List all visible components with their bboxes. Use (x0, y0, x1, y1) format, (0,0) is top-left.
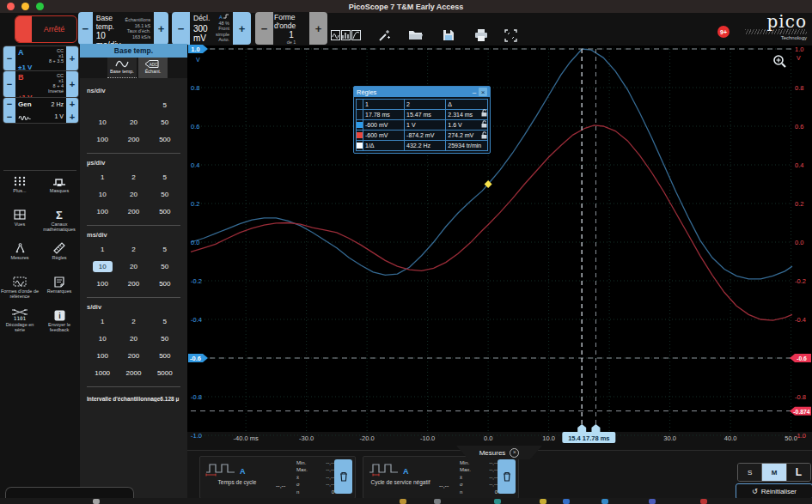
timebase-option[interactable]: 10 (87, 113, 118, 131)
sidebar-item-feedback[interactable]: i Envoyer le feedback (40, 307, 79, 340)
timebase-option[interactable]: 5 (150, 240, 180, 258)
delete-measurement-button[interactable] (498, 459, 516, 494)
timebase-option[interactable]: 100 (87, 131, 118, 148)
timebase-option[interactable]: 1 (87, 240, 118, 258)
gen-amp-decrease-button[interactable]: − (3, 111, 15, 124)
sidebar-item-plus[interactable]: Plus... (0, 173, 40, 206)
sidebar-item-mesures[interactable]: Mesures (0, 240, 40, 273)
timebase-option[interactable]: 2 (118, 168, 149, 185)
timebase-decrease-button[interactable]: − (78, 12, 93, 45)
timebase-option[interactable]: 1 (87, 313, 118, 330)
dock-app-icon[interactable] (563, 499, 570, 504)
trigger-decrease-button[interactable]: − (172, 12, 190, 45)
rulers-table: 12Δ17.78 ms15.47 ms2.314 ms-600 mV1 V1.6… (356, 99, 488, 151)
timebase-option[interactable]: 500 (150, 347, 180, 364)
dock-app-icon[interactable] (494, 499, 501, 504)
channel-a-increase-button[interactable]: + (66, 46, 78, 70)
timebase-option[interactable]: 100 (87, 203, 118, 220)
rulers-window-titlebar[interactable]: Règles – × (354, 87, 490, 97)
stop-button[interactable]: Arrêté (15, 15, 77, 43)
zoom-tool-icon[interactable] (772, 54, 787, 72)
generator-button[interactable]: − Gen 2 Hz + − 1 V + (3, 97, 79, 124)
dock-app-icon[interactable] (540, 499, 546, 504)
timebase-option[interactable]: 500 (150, 203, 180, 220)
timebase-option[interactable]: 20 (118, 185, 149, 203)
timebase-option[interactable]: 20 (118, 258, 149, 275)
tab-echantillons[interactable]: ADC Échant. (138, 58, 168, 78)
sidebar-item-masques[interactable]: Masques (40, 173, 79, 206)
timebase-option[interactable]: 50 (150, 330, 180, 347)
unlock-icon[interactable] (480, 109, 488, 117)
timebase-option[interactable]: 100 (87, 347, 118, 364)
dock-app-icon[interactable] (601, 499, 608, 504)
timebase-option[interactable]: 2 (118, 240, 149, 258)
timebase-option[interactable]: 500 (150, 275, 180, 292)
timebase-option[interactable]: 10 (87, 330, 118, 347)
measurement-card-cycle-time[interactable]: A Temps de cycle --,-- Min.--,--Max.--,-… (199, 456, 356, 499)
tab-base-temp[interactable]: Base temp. (107, 58, 137, 78)
timebase-option[interactable]: 50 (150, 258, 180, 275)
sidebar-item-formes-onde-reference[interactable]: Formes d'onde de référence (0, 273, 40, 307)
timebase-option[interactable]: 20 (118, 330, 149, 347)
channel-b-button[interactable]: − B CC x1 8 + 4 Inversé ±1 V + (3, 70, 79, 98)
timebase-option[interactable]: 500 (150, 131, 180, 148)
channel-b-increase-button[interactable]: + (66, 71, 78, 97)
dock-app-icon[interactable] (400, 499, 406, 504)
timebase-option[interactable]: 5 (150, 96, 180, 113)
waveform-next-button[interactable]: + (309, 12, 327, 45)
timebase-option[interactable]: 10 (87, 185, 118, 203)
channel-a-decrease-button[interactable]: − (3, 46, 15, 70)
dock-app-icon[interactable] (649, 499, 656, 504)
channel-a-button[interactable]: − A CC x1 8 + 3.5 ±1 V + (3, 46, 79, 71)
rulers-close-button[interactable]: × (479, 88, 487, 96)
timebase-option[interactable]: 50 (150, 185, 180, 203)
notification-badge[interactable]: 9+ (717, 26, 730, 38)
dock-app-icon[interactable] (700, 499, 707, 504)
timebase-option[interactable]: 2 (118, 313, 149, 330)
unlock-icon[interactable] (480, 131, 488, 139)
close-measurements-icon[interactable]: × (510, 448, 519, 458)
timebase-panel-title[interactable]: Base temp. (80, 44, 187, 58)
rulers-window[interactable]: Règles – × 12Δ17.78 ms15.47 ms2.314 ms-6… (353, 86, 491, 154)
measurements-tab[interactable]: Mesures × (456, 446, 542, 459)
trigger-value[interactable]: 300 mV (193, 24, 211, 43)
timebase-option[interactable]: 200 (118, 275, 149, 292)
timebase-option[interactable]: 5 (150, 313, 180, 330)
delete-measurement-button[interactable] (334, 459, 352, 494)
size-large-button[interactable]: L (787, 464, 810, 481)
unlock-icon[interactable] (480, 120, 488, 128)
sidebar-item-vues[interactable]: Vues (0, 206, 40, 240)
measurement-card-negative-duty[interactable]: A Cycle de service négatif --,-- Min.--,… (363, 456, 519, 499)
sidebar-item-regles[interactable]: Règles (40, 240, 79, 273)
dock-app-icon[interactable] (93, 499, 100, 504)
timebase-option[interactable]: 100 (87, 275, 118, 292)
background-window-corner (5, 487, 134, 499)
trigger-increase-button[interactable]: + (233, 12, 251, 45)
timebase-option[interactable]: 50 (150, 113, 180, 131)
sidebar-item-remarques[interactable]: Remarques (40, 273, 79, 307)
toolbar: Arrêté − Base temp. 10 ms/div Échantillo… (0, 13, 812, 46)
timebase-option[interactable]: 2000 (118, 364, 149, 381)
gen-freq-decrease-button[interactable]: − (3, 98, 15, 111)
size-small-button[interactable]: S (738, 464, 762, 481)
dock-app-icon[interactable] (434, 499, 441, 504)
timebase-option[interactable]: 200 (118, 347, 149, 364)
timebase-increase-button[interactable]: + (154, 12, 168, 45)
timebase-option[interactable]: 200 (118, 131, 149, 148)
size-medium-button[interactable]: M (762, 464, 786, 481)
waveform-prev-button[interactable]: − (255, 12, 273, 45)
sidebar-item-canaux-mathematiques[interactable]: Σ Canaux mathématiques (40, 206, 79, 240)
timebase-option[interactable]: 200 (118, 203, 149, 220)
gen-freq-increase-button[interactable]: + (66, 98, 78, 111)
channel-b-decrease-button[interactable]: − (3, 71, 15, 97)
rulers-minimize-button[interactable]: – (470, 88, 479, 96)
timebase-value[interactable]: 10 ms/div (96, 31, 121, 45)
timebase-option[interactable]: 5000 (150, 364, 180, 381)
timebase-option[interactable]: 5 (150, 168, 180, 185)
sidebar-item-decodage-serie[interactable]: 1101 Décodage en série (0, 307, 40, 340)
gen-amp-increase-button[interactable]: + (66, 111, 78, 124)
timebase-option[interactable]: 1000 (87, 364, 118, 381)
timebase-option[interactable]: 1 (87, 168, 118, 185)
timebase-option[interactable]: 20 (118, 113, 149, 131)
timebase-option[interactable]: 10 (87, 258, 118, 275)
